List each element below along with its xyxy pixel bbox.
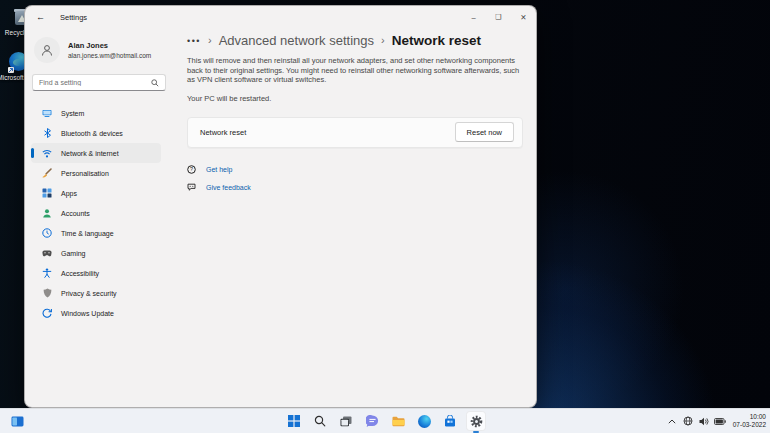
widgets-button[interactable] [7, 411, 27, 431]
search-icon [314, 415, 326, 427]
sidebar-item-label: Privacy & security [61, 290, 117, 297]
sidebar-item-system[interactable]: System [31, 103, 161, 123]
breadcrumb-ellipsis-button[interactable]: ••• [187, 36, 201, 46]
sidebar-item-personalisation[interactable]: Personalisation [31, 163, 161, 183]
sidebar-item-apps[interactable]: Apps [31, 183, 161, 203]
edge-icon [418, 415, 431, 428]
apps-icon [42, 188, 52, 198]
sidebar-nav: System Bluetooth & devices Network & int… [31, 103, 187, 323]
sidebar-item-label: Network & internet [61, 150, 119, 157]
widgets-icon [11, 416, 24, 427]
sidebar: Alan Jones alan.jones.wm@hotmail.com [25, 28, 187, 407]
avatar [34, 37, 60, 63]
restart-note: Your PC will be restarted. [187, 94, 536, 103]
breadcrumb: ••• › Advanced network settings › Networ… [187, 33, 536, 48]
user-name: Alan Jones [68, 41, 151, 50]
accounts-icon [42, 208, 52, 218]
chat-button[interactable] [362, 411, 382, 431]
give-feedback-row[interactable]: Give feedback [187, 183, 536, 192]
sidebar-item-label: Time & language [61, 230, 114, 237]
give-feedback-link[interactable]: Give feedback [206, 184, 251, 191]
accessibility-icon [42, 268, 52, 278]
settings-button[interactable] [466, 411, 486, 431]
search-icon [151, 79, 159, 87]
taskbar: 10:00 07-03-2022 [0, 408, 770, 433]
sidebar-item-windows-update[interactable]: Windows Update [31, 303, 161, 323]
sidebar-item-label: System [61, 110, 84, 117]
maximize-button[interactable]: ❑ [486, 6, 511, 28]
sidebar-item-label: Windows Update [61, 310, 114, 317]
update-icon [42, 308, 52, 318]
svg-text:?: ? [190, 166, 193, 172]
chat-icon [366, 415, 379, 427]
minimize-button[interactable]: – [461, 6, 486, 28]
clock-icon [42, 228, 52, 238]
sidebar-item-accessibility[interactable]: Accessibility [31, 263, 161, 283]
task-view-button[interactable] [336, 411, 356, 431]
taskbar-clock[interactable]: 10:00 07-03-2022 [730, 413, 766, 429]
user-profile[interactable]: Alan Jones alan.jones.wm@hotmail.com [34, 37, 187, 63]
sidebar-item-label: Accounts [61, 210, 90, 217]
close-button[interactable]: ✕ [511, 6, 536, 28]
start-button[interactable] [284, 411, 304, 431]
folder-icon [392, 416, 405, 427]
task-view-icon [340, 416, 352, 427]
sidebar-item-label: Bluetooth & devices [61, 130, 123, 137]
feedback-icon [187, 183, 196, 192]
clock-time: 10:00 [733, 413, 766, 421]
chevron-right-icon: › [208, 35, 212, 46]
person-icon [40, 43, 54, 57]
sidebar-item-label: Accessibility [61, 270, 99, 277]
search-button[interactable] [310, 411, 330, 431]
desktop: Recycle Bin Microsoft Edge ← Settings – … [0, 0, 770, 433]
system-icon [42, 108, 52, 118]
sidebar-item-gaming[interactable]: Gaming [31, 243, 161, 263]
sidebar-item-network-internet[interactable]: Network & internet [31, 143, 161, 163]
clock-date: 07-03-2022 [733, 421, 766, 429]
gear-icon [470, 415, 483, 428]
user-email: alan.jones.wm@hotmail.com [68, 52, 151, 59]
sidebar-item-label: Personalisation [61, 170, 109, 177]
sidebar-item-label: Apps [61, 190, 77, 197]
bluetooth-icon [42, 128, 52, 138]
wifi-icon [42, 148, 52, 158]
settings-window: ← Settings – ❑ ✕ Alan [24, 5, 537, 408]
chevron-right-icon: › [381, 35, 385, 46]
sidebar-item-time-language[interactable]: Time & language [31, 223, 161, 243]
edge-button[interactable] [414, 411, 434, 431]
window-title: Settings [60, 13, 87, 22]
help-icon: ? [187, 165, 196, 174]
store-icon [444, 415, 456, 427]
file-explorer-button[interactable] [388, 411, 408, 431]
store-button[interactable] [440, 411, 460, 431]
search-box[interactable] [32, 74, 166, 91]
reset-now-button[interactable]: Reset now [455, 122, 514, 142]
network-reset-card: Network reset Reset now [187, 117, 523, 148]
search-input[interactable] [39, 79, 151, 86]
hidden-icons-chevron[interactable] [666, 415, 678, 427]
volume-tray-icon[interactable] [698, 415, 710, 427]
card-label: Network reset [200, 128, 246, 137]
battery-tray-icon[interactable] [714, 415, 726, 427]
windows-logo-icon [288, 415, 300, 427]
back-button[interactable]: ← [36, 12, 50, 22]
gamepad-icon [42, 248, 52, 258]
breadcrumb-parent[interactable]: Advanced network settings [219, 33, 374, 48]
sidebar-item-bluetooth-devices[interactable]: Bluetooth & devices [31, 123, 161, 143]
main-content: ••• › Advanced network settings › Networ… [187, 28, 536, 407]
get-help-row[interactable]: ? Get help [187, 165, 536, 174]
brush-icon [42, 168, 52, 178]
titlebar[interactable]: ← Settings – ❑ ✕ [25, 6, 536, 28]
page-title: Network reset [392, 33, 481, 48]
network-tray-icon[interactable] [682, 415, 694, 427]
shield-icon [42, 288, 52, 298]
sidebar-item-label: Gaming [61, 250, 86, 257]
get-help-link[interactable]: Get help [206, 166, 232, 173]
page-description: This will remove and then reinstall all … [187, 56, 529, 85]
shortcut-arrow-icon [8, 67, 14, 73]
sidebar-item-accounts[interactable]: Accounts [31, 203, 161, 223]
sidebar-item-privacy-security[interactable]: Privacy & security [31, 283, 161, 303]
